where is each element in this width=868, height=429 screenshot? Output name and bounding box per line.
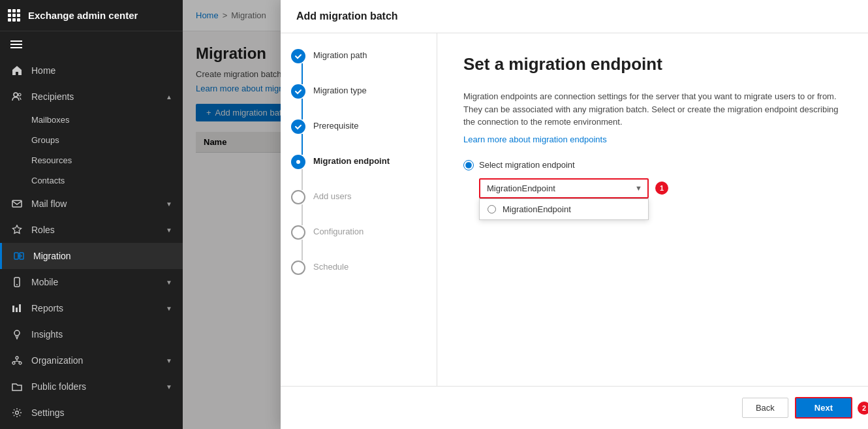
insights-icon: [10, 328, 23, 341]
wizard-step-migration-endpoint[interactable]: Migration endpoint: [291, 155, 426, 190]
recipients-chevron: ▲: [166, 93, 172, 101]
step-label-add-users: Add users: [313, 190, 352, 201]
public-folders-chevron: ▼: [166, 383, 172, 390]
svg-point-11: [16, 357, 18, 359]
option-radio[interactable]: [488, 205, 496, 214]
connector-1: [302, 63, 303, 84]
sidebar-item-organization[interactable]: Organization ▼: [0, 347, 183, 373]
sidebar-item-recipients-label: Recipients: [31, 91, 158, 102]
wizard-content: Set a migration endpoint Migration endpo…: [437, 33, 868, 386]
modal-overlay: Add migration batch Migration path: [183, 0, 868, 429]
back-button[interactable]: Back: [742, 398, 788, 418]
migration-icon: [12, 249, 25, 262]
sidebar-item-insights-label: Insights: [31, 329, 172, 340]
sidebar-nav: Home Recipients ▲ Mailboxes Groups Resou…: [0, 57, 183, 429]
dropdown-options-list: MigrationEndpoint: [479, 199, 649, 220]
svg-point-15: [296, 160, 300, 164]
sidebar-item-roles-label: Roles: [31, 225, 158, 235]
svg-point-6: [16, 284, 18, 285]
badge-2: 2: [858, 402, 868, 415]
select-endpoint-radio[interactable]: [463, 160, 474, 170]
connector-2: [302, 99, 303, 119]
wizard-step-migration-type[interactable]: Migration type: [291, 84, 426, 119]
mobile-icon: [10, 276, 23, 289]
sidebar-item-organization-label: Organization: [31, 355, 158, 366]
sidebar-item-insights[interactable]: Insights: [0, 321, 183, 347]
step-label-configuration: Configuration: [313, 225, 364, 236]
wizard-step-migration-path[interactable]: Migration path: [291, 49, 426, 84]
option-label: MigrationEndpoint: [503, 204, 571, 214]
roles-icon: [10, 223, 23, 236]
public-folders-icon: [10, 380, 23, 393]
dropdown-option-migration-endpoint[interactable]: MigrationEndpoint: [480, 199, 648, 219]
endpoint-dropdown[interactable]: MigrationEndpoint: [479, 178, 649, 199]
sidebar-sub-mailboxes[interactable]: Mailboxes: [0, 110, 183, 130]
organization-icon: [10, 354, 23, 367]
wizard-step-schedule[interactable]: Schedule: [291, 261, 426, 275]
badge-1: 1: [655, 182, 668, 195]
sidebar-item-migration-label: Migration: [33, 251, 172, 261]
sidebar-sub-groups[interactable]: Groups: [0, 130, 183, 150]
sidebar-sub-resources[interactable]: Resources: [0, 150, 183, 170]
step-circle-prerequisite: [291, 119, 305, 134]
sidebar-header: Exchange admin center: [0, 0, 183, 31]
connector-5: [302, 204, 303, 225]
step-label-migration-path: Migration path: [313, 49, 367, 60]
svg-rect-7: [12, 306, 14, 312]
connector-4: [302, 169, 303, 190]
svg-rect-3: [14, 253, 18, 259]
sidebar-item-public-folders[interactable]: Public folders ▼: [0, 373, 183, 400]
step-circle-migration-path: [291, 49, 305, 63]
sidebar: Exchange admin center Home Recipients ▲ …: [0, 0, 183, 429]
sidebar-item-settings-label: Settings: [31, 407, 172, 418]
svg-point-0: [14, 93, 18, 97]
wizard-step-configuration[interactable]: Configuration: [291, 225, 426, 261]
step-circle-schedule: [291, 261, 305, 275]
wizard-learn-more-link[interactable]: Learn more about migration endpoints: [463, 135, 607, 144]
recipients-icon: [10, 90, 23, 103]
sidebar-item-recipients[interactable]: Recipients ▲: [0, 84, 183, 110]
sidebar-collapse-button[interactable]: [0, 31, 183, 57]
sidebar-item-roles[interactable]: Roles ▼: [0, 217, 183, 243]
home-icon: [10, 64, 23, 77]
wizard-steps: Migration path Migration type: [281, 33, 437, 386]
svg-point-10: [14, 330, 20, 336]
wizard-description: Migration endpoints are connection setti…: [463, 90, 842, 129]
roles-chevron: ▼: [166, 227, 172, 234]
step-label-migration-endpoint: Migration endpoint: [313, 155, 390, 166]
wizard-step-add-users[interactable]: Add users: [291, 190, 426, 225]
sidebar-item-public-folders-label: Public folders: [31, 381, 158, 392]
mobile-chevron: ▼: [166, 279, 172, 286]
connector-6: [302, 240, 303, 261]
step-label-prerequisite: Prerequisite: [313, 119, 358, 131]
sidebar-item-reports[interactable]: Reports ▼: [0, 295, 183, 321]
app-title: Exchange admin center: [28, 10, 138, 21]
hamburger-icon: [10, 40, 22, 48]
sidebar-item-home[interactable]: Home: [0, 57, 183, 84]
sidebar-item-mail-flow-label: Mail flow: [31, 199, 158, 209]
app-grid-icon[interactable]: [8, 9, 20, 22]
sidebar-item-mobile[interactable]: Mobile ▼: [0, 269, 183, 295]
select-endpoint-radio-item[interactable]: Select migration endpoint: [463, 160, 842, 170]
sidebar-item-mail-flow[interactable]: Mail flow ▼: [0, 191, 183, 217]
mail-flow-icon: [10, 197, 23, 210]
wizard-content-title: Set a migration endpoint: [463, 54, 842, 74]
svg-rect-8: [16, 308, 18, 312]
sidebar-item-settings[interactable]: Settings: [0, 400, 183, 426]
svg-point-12: [12, 362, 15, 364]
sidebar-sub-contacts[interactable]: Contacts: [0, 170, 183, 191]
modal-panel: Add migration batch Migration path: [281, 0, 868, 429]
step-label-migration-type: Migration type: [313, 84, 367, 95]
step-label-schedule: Schedule: [313, 261, 349, 272]
modal-body: Migration path Migration type: [281, 33, 868, 386]
sidebar-item-home-label: Home: [31, 65, 172, 76]
wizard-step-prerequisite[interactable]: Prerequisite: [291, 119, 426, 155]
step-circle-migration-endpoint: [291, 155, 305, 169]
step-circle-migration-type: [291, 84, 305, 99]
svg-rect-9: [19, 304, 21, 312]
next-button[interactable]: Next: [795, 397, 852, 419]
svg-point-14: [16, 411, 19, 415]
sidebar-item-migration[interactable]: Migration: [0, 243, 183, 269]
settings-icon: [10, 406, 23, 419]
mail-flow-chevron: ▼: [166, 200, 172, 208]
